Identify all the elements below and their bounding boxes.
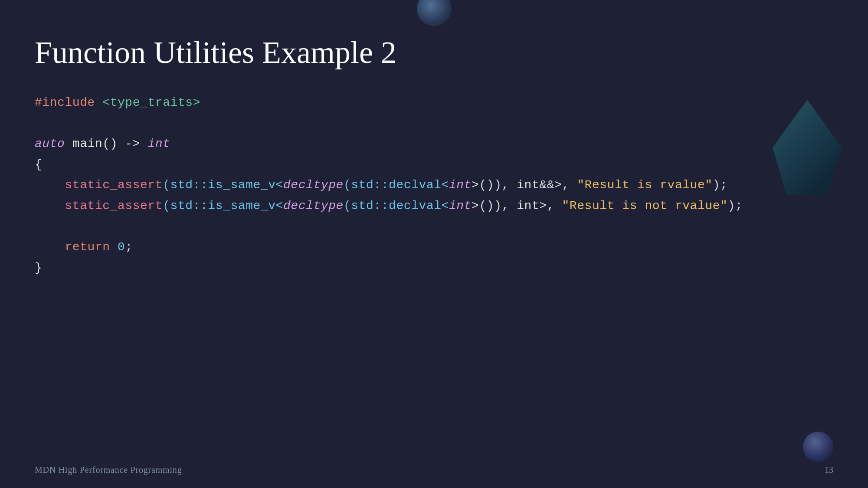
line2-end: >()), int>, xyxy=(472,199,562,213)
decltype-2: decltype xyxy=(283,199,344,213)
line1-string: "Result is rvalue" xyxy=(577,178,713,192)
line1-end: >()), int&&>, xyxy=(472,178,577,192)
return-semi: ; xyxy=(125,240,132,254)
code-line-include: #include <type_traits> xyxy=(35,92,833,113)
code-line-static-assert-1: static_assert(std::is_same_v<decltype(st… xyxy=(35,175,833,196)
footer-page-number: 13 xyxy=(825,465,833,475)
open-brace: { xyxy=(35,158,42,171)
code-line-static-assert-2: static_assert(std::is_same_v<decltype(st… xyxy=(35,196,833,216)
return-keyword: return xyxy=(35,240,118,254)
slide: Function Utilities Example 2 #include <t… xyxy=(0,0,868,488)
code-line-blank2 xyxy=(35,216,833,237)
line1-semi: ); xyxy=(713,178,728,192)
orb-bottom-right-decoration xyxy=(803,432,833,462)
int-tpl-1: int xyxy=(449,178,472,192)
auto-keyword: auto xyxy=(35,137,65,151)
std-is-same-1: (std::is_same_v< xyxy=(163,178,283,192)
include-path: <type_traits> xyxy=(102,96,200,109)
line2-semi: ); xyxy=(727,199,743,213)
static-assert-1: static_assert xyxy=(35,178,163,192)
orb-top-decoration xyxy=(417,0,452,26)
return-value: 0 xyxy=(118,240,125,254)
code-block: #include <type_traits> auto main() -> in… xyxy=(35,92,833,278)
main-func: main() -> xyxy=(72,137,148,151)
std-is-same-2: (std::is_same_v< xyxy=(163,199,283,213)
footer-course-title: MDN High Performance Programming xyxy=(35,465,182,475)
code-line-main-sig: auto main() -> int xyxy=(35,134,833,154)
slide-title: Function Utilities Example 2 xyxy=(35,35,833,71)
code-line-open-brace: { xyxy=(35,154,833,175)
include-keyword: #include xyxy=(35,96,95,109)
int-tpl-2: int xyxy=(449,199,472,213)
code-line-close-brace: } xyxy=(35,258,833,278)
declval-2: (std::declval< xyxy=(344,199,449,213)
code-line-return: return 0; xyxy=(35,237,833,258)
static-assert-2: static_assert xyxy=(35,199,163,213)
decltype-1: decltype xyxy=(283,178,344,192)
declval-1: (std::declval< xyxy=(344,178,449,192)
code-line-blank1 xyxy=(35,113,833,134)
footer: MDN High Performance Programming 13 xyxy=(0,465,868,475)
close-brace: } xyxy=(35,261,42,275)
return-type-int: int xyxy=(147,137,170,151)
line2-string: "Result is not rvalue" xyxy=(562,199,727,213)
